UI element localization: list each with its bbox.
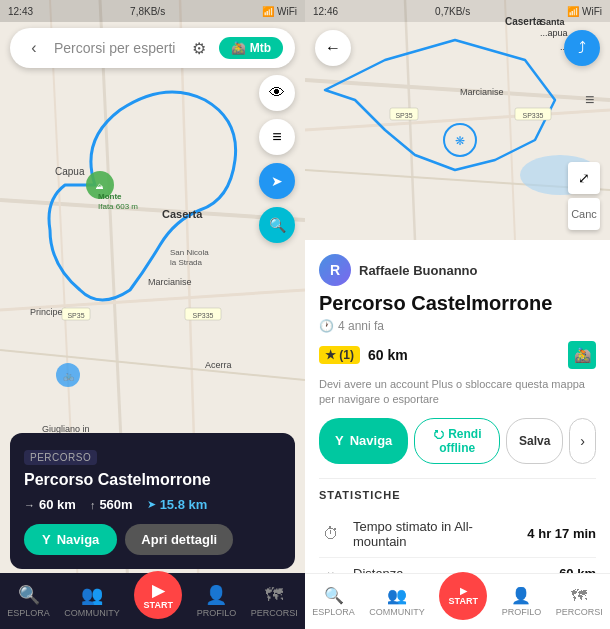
- salva-label: Salva: [519, 434, 550, 448]
- route-actions: Y Naviga Apri dettagli: [24, 524, 281, 555]
- user-name: Raffaele Buonanno: [359, 263, 477, 278]
- svg-text:Marcianise: Marcianise: [460, 87, 504, 97]
- back-button-right[interactable]: ←: [315, 30, 351, 66]
- community-label-left: COMMUNITY: [64, 608, 120, 618]
- dettagli-button[interactable]: Apri dettagli: [125, 524, 233, 555]
- stat-value-1: 60 km: [559, 566, 596, 573]
- more-button[interactable]: ›: [569, 418, 596, 464]
- rating-row: ★ (1) 60 km 🚵: [319, 341, 596, 369]
- percorsi-icon-right: 🗺: [571, 587, 587, 605]
- search-bar[interactable]: ‹ Percorsi per esperti ⚙ 🚵 Mtb: [10, 28, 295, 68]
- stat-value-0: 4 hr 17 min: [527, 526, 596, 541]
- route-tag: PERCORSO: [24, 450, 97, 465]
- route-title-left: Percorso Castelmorrone: [24, 471, 281, 489]
- community-icon-right: 👥: [387, 586, 407, 605]
- mtb-badge[interactable]: 🚵 Mtb: [219, 37, 283, 59]
- arrow-blue-icon: ➤: [147, 498, 156, 511]
- time-ago: 🕐 4 anni fa: [319, 319, 596, 333]
- stat-row-1: ↔ Distanza 60 km: [319, 558, 596, 573]
- km-badge: 60 km: [368, 347, 408, 363]
- distance-value: 60 km: [39, 497, 76, 512]
- route-stats: → 60 km ↑ 560m ➤ 15.8 km: [24, 497, 281, 512]
- share-button[interactable]: ⤴: [564, 30, 600, 66]
- distance-stat: → 60 km: [24, 497, 76, 512]
- data-right: 0,7KB/s: [435, 6, 470, 17]
- route-card-left: PERCORSO Percorso Castelmorrone → 60 km …: [10, 433, 295, 569]
- search-input[interactable]: Percorsi per esperti: [54, 40, 179, 56]
- esplora-icon-right: 🔍: [324, 586, 344, 605]
- arrow-right-icon: →: [24, 499, 35, 511]
- nav-profilo-left[interactable]: 👤 PROFILO: [197, 584, 237, 618]
- filter-icon[interactable]: ⚙: [187, 36, 211, 60]
- status-bar-right: 12:46 0,7KB/s 📶 WiFi: [305, 0, 610, 22]
- naviga-icon-left: Y: [42, 532, 51, 547]
- dettagli-label: Apri dettagli: [141, 532, 217, 547]
- nav-start-left[interactable]: ▶ START: [134, 571, 182, 619]
- naviga-button-left[interactable]: Y Naviga: [24, 524, 117, 555]
- nav-start-right[interactable]: ▶ START: [439, 572, 487, 620]
- svg-text:San Nicola: San Nicola: [170, 248, 209, 257]
- percorsi-icon-left: 🗺: [265, 585, 283, 606]
- profilo-icon-right: 👤: [511, 586, 531, 605]
- expand-icon[interactable]: ⤢: [568, 162, 600, 194]
- nav-community-left[interactable]: 👥 COMMUNITY: [64, 584, 120, 618]
- esplora-label-left: ESPLORA: [7, 608, 50, 618]
- start-label-right: START: [449, 596, 478, 606]
- elevation-stat: ↑ 560m: [90, 497, 133, 512]
- map-controls-right: ⤢ Canc: [568, 162, 600, 230]
- naviga-button-right[interactable]: Y Naviga: [319, 418, 408, 464]
- salva-button[interactable]: Salva: [506, 418, 563, 464]
- zoom-location[interactable]: 🔍: [259, 207, 295, 243]
- svg-text:Caserta: Caserta: [162, 208, 203, 220]
- svg-text:Monte: Monte: [98, 192, 122, 201]
- svg-text:⛰: ⛰: [96, 182, 104, 191]
- profilo-label-right: PROFILO: [502, 607, 542, 617]
- nav-esplora-right[interactable]: 🔍 ESPLORA: [312, 586, 355, 617]
- nav-percorsi-left[interactable]: 🗺 PERCORSI: [251, 585, 298, 618]
- time-icon: ⏱: [319, 525, 343, 543]
- nav-percorsi-right[interactable]: 🗺 PERCORSI: [556, 587, 603, 617]
- esplora-label-right: ESPLORA: [312, 607, 355, 617]
- signal-right: 📶 WiFi: [567, 6, 602, 17]
- stat-label-0: Tempo stimato in All-mountain: [353, 519, 517, 549]
- distance-icon: ↔: [319, 566, 343, 573]
- start-icon-left: ▶: [152, 581, 164, 600]
- svg-text:Capua: Capua: [55, 166, 85, 177]
- svg-text:❋: ❋: [455, 134, 465, 148]
- bike-icon: 🚵: [231, 41, 246, 55]
- time-right: 12:46: [313, 6, 338, 17]
- svg-text:SP335: SP335: [522, 112, 543, 119]
- offline-button[interactable]: ⭮ Rendi offline: [414, 418, 500, 464]
- nav-esplora-left[interactable]: 🔍 ESPLORA: [7, 584, 50, 618]
- stat-row-0: ⏱ Tempo stimato in All-mountain 4 hr 17 …: [319, 511, 596, 558]
- visibility-toggle[interactable]: 👁: [259, 75, 295, 111]
- navigation-button[interactable]: ➤: [259, 163, 295, 199]
- back-button-left[interactable]: ‹: [22, 36, 46, 60]
- time-ago-text: 4 anni fa: [338, 319, 384, 333]
- avatar: R: [319, 254, 351, 286]
- bottom-nav-left: 🔍 ESPLORA 👥 COMMUNITY ▶ START 👤 PROFILO …: [0, 573, 305, 629]
- start-label-left: START: [144, 600, 173, 610]
- start-icon-right: ▶: [460, 586, 467, 596]
- percorsi-label-right: PERCORSI: [556, 607, 603, 617]
- svg-text:SP335: SP335: [192, 312, 213, 319]
- naviga-label-right: Naviga: [350, 433, 393, 448]
- time-left: 12:43: [8, 6, 33, 17]
- stats-section: STATISTICHE ⏱ Tempo stimato in All-mount…: [319, 478, 596, 573]
- svg-text:🚲: 🚲: [63, 370, 75, 382]
- star-badge: ★ (1): [319, 346, 360, 364]
- arrow-up-icon: ↑: [90, 499, 96, 511]
- cancel-btn[interactable]: Canc: [568, 198, 600, 230]
- layers-button[interactable]: ≡: [259, 119, 295, 155]
- map-right: SP35 SP335 Santa ...apua ...etere Casert…: [305, 0, 610, 240]
- svg-text:Principe: Principe: [30, 307, 63, 317]
- svg-text:...apua: ...apua: [540, 28, 568, 38]
- right-panel: SP35 SP335 Santa ...apua ...etere Casert…: [305, 0, 610, 629]
- svg-text:SP35: SP35: [67, 312, 84, 319]
- status-bar-left: 12:43 7,8KB/s 📶 WiFi: [0, 0, 305, 22]
- nav-profilo-right[interactable]: 👤 PROFILO: [502, 586, 542, 617]
- nav-community-right[interactable]: 👥 COMMUNITY: [369, 586, 425, 617]
- svg-text:Marcianise: Marcianise: [148, 277, 192, 287]
- elevation-value: 560m: [99, 497, 132, 512]
- community-label-right: COMMUNITY: [369, 607, 425, 617]
